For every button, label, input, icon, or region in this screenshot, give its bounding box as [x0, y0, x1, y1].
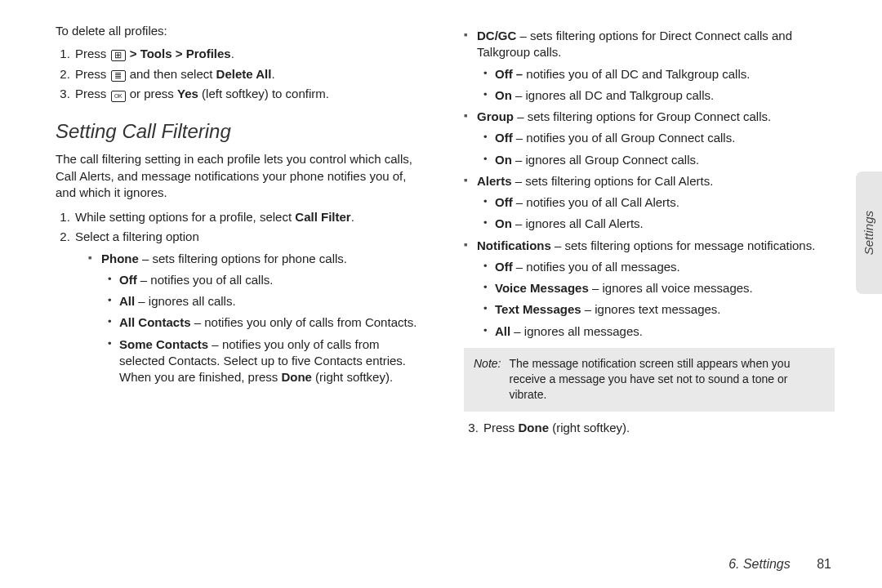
- note-text: The message notification screen still ap…: [509, 356, 825, 403]
- group-suboptions: Off – notifies you of all Group Connect …: [477, 130, 835, 168]
- options-key-icon: [111, 70, 126, 82]
- right-column: DC/GC – sets filtering options for Direc…: [464, 23, 835, 447]
- group-option: Group – sets filtering options for Group…: [477, 109, 835, 168]
- delete-profiles-intro: To delete all profiles:: [56, 23, 426, 39]
- footer-page-number: 81: [817, 557, 831, 571]
- alerts-suboptions: Off – notifies you of all Call Alerts. O…: [477, 194, 835, 233]
- notif-off: Off – notifies you of all messages.: [495, 259, 835, 275]
- filter-step-1: While setting options for a profile, sel…: [74, 209, 426, 225]
- final-step: Press Done (right softkey).: [464, 420, 835, 436]
- note-label: Note:: [474, 356, 501, 403]
- delete-profiles-steps: Press > Tools > Profiles. Press and then…: [56, 46, 426, 102]
- step-3: Press or press Yes (left softkey) to con…: [74, 86, 426, 102]
- section-body: The call filtering setting in each profi…: [56, 151, 426, 201]
- alerts-on: On – ignores all Call Alerts.: [495, 216, 835, 232]
- dcgc-option: DC/GC – sets filtering options for Direc…: [477, 28, 835, 104]
- dcgc-suboptions: Off – notifies you of all DC and Talkgro…: [477, 66, 835, 105]
- filter-step-2: Select a filtering option Phone – sets f…: [74, 229, 426, 385]
- dcgc-off: Off – notifies you of all DC and Talkgro…: [495, 66, 835, 82]
- alerts-off: Off – notifies you of all Call Alerts.: [495, 194, 835, 211]
- phone-some-contacts: Some Contacts – notifies you only of cal…: [119, 336, 426, 386]
- phone-all-contacts: All Contacts – notifies you only of call…: [119, 314, 426, 331]
- left-column: To delete all profiles: Press > Tools > …: [56, 23, 426, 447]
- phone-suboptions: Off – notifies you of all calls. All – i…: [101, 272, 426, 386]
- notif-text: Text Messages – ignores text messages.: [495, 301, 835, 318]
- section-heading: Setting Call Filtering: [56, 118, 426, 145]
- phone-all: All – ignores all calls.: [119, 293, 426, 310]
- side-tab: Settings: [856, 172, 882, 294]
- footer-chapter: 6. Settings: [728, 557, 791, 571]
- step-3-done: Press Done (right softkey).: [482, 420, 835, 436]
- menu-key-icon: [111, 50, 126, 61]
- page-footer: 6. Settings 81: [728, 555, 831, 573]
- group-off: Off – notifies you of all Group Connect …: [495, 130, 835, 146]
- alerts-option: Alerts – sets filtering options for Call…: [477, 173, 835, 233]
- dcgc-on: On – ignores all DC and Talkgroup calls.: [495, 87, 835, 104]
- notif-all: All – ignores all messages.: [495, 323, 835, 340]
- group-on: On – ignores all Group Connect calls.: [495, 152, 835, 168]
- filter-steps: While setting options for a profile, sel…: [56, 209, 426, 385]
- right-options: DC/GC – sets filtering options for Direc…: [464, 28, 835, 340]
- notifications-suboptions: Off – notifies you of all messages. Voic…: [477, 259, 835, 340]
- phone-off: Off – notifies you of all calls.: [119, 272, 426, 288]
- phone-option: Phone – sets filtering options for phone…: [101, 251, 426, 386]
- page-content: To delete all profiles: Press > Tools > …: [0, 0, 882, 463]
- step-1: Press > Tools > Profiles.: [74, 46, 426, 62]
- note-box: Note: The message notification screen st…: [464, 348, 835, 412]
- ok-key-icon: [111, 91, 126, 102]
- notif-voice: Voice Messages – ignores all voice messa…: [495, 280, 835, 296]
- phone-options: Phone – sets filtering options for phone…: [75, 251, 426, 386]
- notifications-option: Notifications – sets filtering options f…: [477, 238, 835, 340]
- step-2: Press and then select Delete All.: [74, 66, 426, 82]
- side-tab-label: Settings: [861, 211, 877, 255]
